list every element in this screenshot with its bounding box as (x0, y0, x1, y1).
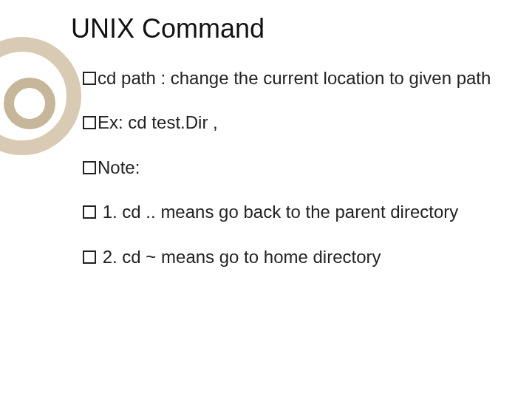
bullet-example: Ex: cd test.Dir , (83, 111, 502, 134)
bullet-text: cd ~ means go to home directory (117, 247, 381, 267)
bullet-text: Note: (98, 157, 140, 177)
bullet-text: 1. cd (98, 202, 141, 222)
slide-content: UNIX Command cd path : change the curren… (0, 0, 532, 399)
bullet-cd-path: cd path : change the current location to… (83, 66, 502, 90)
bullet-text: path : change the current location to gi… (116, 68, 491, 88)
bullet-text: Ex: (98, 112, 123, 132)
bullet-note: Note: (83, 156, 502, 180)
bullet-square-icon (83, 250, 96, 264)
bullet-text: cd test.Dir , (123, 112, 218, 132)
bullet-note-2: 2. cd ~ means go to home directory (83, 245, 502, 269)
bullet-text: cd (98, 68, 116, 88)
bullet-square-icon (83, 205, 96, 219)
bullet-square-icon (83, 72, 96, 85)
bullet-square-icon (83, 161, 96, 174)
slide-title: UNIX Command (71, 13, 502, 44)
bullet-text: 2. (98, 247, 117, 267)
bullet-square-icon (83, 116, 96, 129)
bullet-text: .. means go back to the parent directory (141, 202, 459, 222)
bullet-note-1: 1. cd .. means go back to the parent dir… (83, 200, 502, 224)
